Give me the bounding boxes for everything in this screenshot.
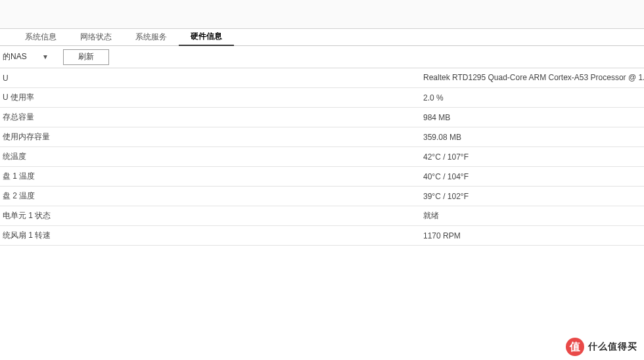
tab-hardware-info[interactable]: 硬件信息 — [179, 28, 234, 46]
tabs-bar: 系统信息 网络状态 系统服务 硬件信息 — [0, 29, 644, 46]
row-label-mem-total: 存总容量 — [0, 108, 421, 127]
table-row: 盘 1 温度 40°C / 104°F — [0, 167, 644, 187]
chevron-down-icon: ▼ — [42, 53, 49, 60]
row-label-mem-used: 使用内存容量 — [0, 127, 421, 146]
row-label-sys-temp: 统温度 — [0, 147, 421, 166]
table-row: U Realtek RTD1295 Quad-Core ARM Cortex-A… — [0, 68, 644, 88]
nas-selector-value: 的NAS — [3, 51, 27, 62]
row-value-cpu: Realtek RTD1295 Quad-Core ARM Cortex-A53… — [421, 68, 644, 87]
row-label-psu1-status: 电单元 1 状态 — [0, 206, 421, 225]
tab-network-status[interactable]: 网络状态 — [68, 28, 124, 45]
tab-system-info[interactable]: 系统信息 — [13, 28, 68, 45]
row-label-cpu: U — [0, 70, 421, 87]
table-row: 存总容量 984 MB — [0, 108, 644, 127]
row-value-psu1-status: 就绪 — [421, 206, 644, 225]
row-value-cpu-usage: 2.0 % — [421, 89, 644, 106]
row-label-disk1-temp: 盘 1 温度 — [0, 167, 421, 186]
table-row: 使用内存容量 359.08 MB — [0, 127, 644, 147]
row-value-disk2-temp: 39°C / 102°F — [421, 188, 644, 205]
row-value-fan1-speed: 1170 RPM — [421, 227, 644, 244]
hardware-info-table: U Realtek RTD1295 Quad-Core ARM Cortex-A… — [0, 68, 644, 246]
row-value-disk1-temp: 40°C / 104°F — [421, 168, 644, 185]
toolbar: 的NAS ▼ 刷新 — [0, 46, 644, 68]
watermark-text: 什么值得买 — [588, 341, 637, 353]
table-row: U 使用率 2.0 % — [0, 88, 644, 108]
watermark-icon: 值 — [566, 338, 584, 356]
row-value-sys-temp: 42°C / 107°F — [421, 148, 644, 166]
row-label-fan1-speed: 统风扇 1 转速 — [0, 226, 421, 245]
table-row: 电单元 1 状态 就绪 — [0, 206, 644, 226]
refresh-button[interactable]: 刷新 — [63, 49, 109, 65]
nas-selector[interactable]: 的NAS ▼ — [0, 49, 54, 65]
watermark: 值 什么值得买 — [566, 338, 637, 356]
table-row: 统温度 42°C / 107°F — [0, 147, 644, 167]
table-row: 盘 2 温度 39°C / 102°F — [0, 187, 644, 206]
table-row: 统风扇 1 转速 1170 RPM — [0, 226, 644, 246]
row-value-mem-total: 984 MB — [421, 109, 644, 126]
row-label-cpu-usage: U 使用率 — [0, 88, 421, 107]
row-label-disk2-temp: 盘 2 温度 — [0, 187, 421, 206]
row-value-mem-used: 359.08 MB — [421, 129, 644, 146]
window-header-spacer — [0, 0, 644, 29]
tab-system-service[interactable]: 系统服务 — [124, 28, 179, 45]
